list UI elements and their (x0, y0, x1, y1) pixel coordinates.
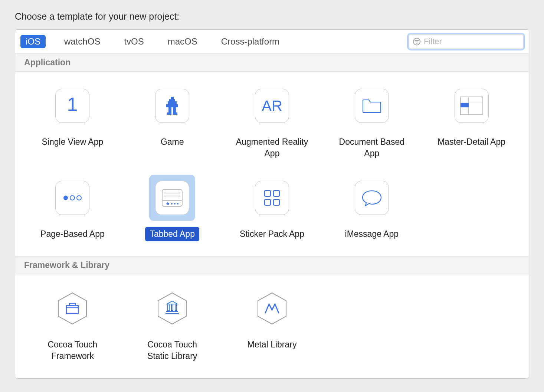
single-view-icon: 1 (55, 89, 89, 123)
svg-point-27 (171, 203, 173, 205)
template-document-based-app[interactable]: Document Based App (322, 83, 422, 161)
template-tabbed-app[interactable]: ★ Tabbed App (122, 175, 222, 241)
platform-tab-ios[interactable]: iOS (20, 35, 46, 48)
svg-rect-33 (273, 199, 279, 205)
svg-point-20 (70, 196, 75, 200)
template-cocoa-touch-framework[interactable]: Cocoa Touch Framework (23, 285, 122, 363)
platform-tab-tvos[interactable]: tvOS (119, 35, 149, 48)
template-label: Cocoa Touch Static Library (131, 337, 213, 363)
svg-marker-44 (258, 293, 286, 324)
svg-point-28 (174, 203, 176, 205)
svg-rect-9 (168, 107, 171, 112)
static-library-icon (155, 291, 189, 326)
template-panel: iOS watchOS tvOS macOS Cross-platform Ap… (15, 29, 529, 379)
section-header-application: Application (15, 53, 529, 72)
template-single-view-app[interactable]: 1 Single View App (23, 83, 122, 161)
svg-rect-40 (171, 304, 173, 311)
svg-point-21 (77, 196, 81, 200)
platform-bar: iOS watchOS tvOS macOS Cross-platform (15, 30, 529, 53)
template-imessage-app[interactable]: iMessage App (322, 175, 422, 241)
template-label: iMessage App (341, 227, 403, 241)
template-label: Game (156, 135, 189, 149)
svg-point-0 (413, 38, 420, 45)
svg-marker-34 (58, 293, 86, 324)
template-page-based-app[interactable]: Page-Based App (23, 175, 122, 241)
platform-tab-cross-platform[interactable]: Cross-platform (216, 35, 285, 48)
svg-rect-35 (66, 306, 78, 314)
template-cocoa-touch-static-library[interactable]: Cocoa Touch Static Library (122, 285, 222, 363)
section-body-application: 1 Single View App Game AR Augmented Real… (15, 72, 529, 256)
template-label: Cocoa Touch Framework (32, 337, 113, 363)
svg-text:★: ★ (166, 200, 170, 206)
metal-library-icon (255, 291, 289, 326)
template-label: Sticker Pack App (235, 227, 309, 241)
game-icon (155, 89, 189, 123)
svg-rect-30 (265, 190, 271, 196)
tabbed-icon: ★ (155, 181, 189, 215)
master-detail-icon (455, 89, 489, 123)
template-label: Tabbed App (145, 227, 199, 241)
template-augmented-reality-app[interactable]: AR Augmented Reality App (222, 83, 322, 161)
page-based-icon (55, 181, 89, 215)
svg-rect-12 (173, 112, 177, 115)
svg-rect-6 (169, 99, 175, 101)
svg-rect-10 (173, 107, 176, 112)
svg-rect-16 (461, 103, 469, 107)
framework-icon (55, 291, 89, 326)
svg-rect-7 (168, 101, 177, 104)
svg-rect-5 (171, 97, 174, 99)
svg-point-19 (63, 196, 68, 200)
platform-tab-macos[interactable]: macOS (163, 35, 203, 48)
template-label: Document Based App (331, 135, 413, 161)
section-header-framework: Framework & Library (15, 256, 529, 274)
svg-rect-39 (168, 304, 169, 311)
template-label: Master-Detail App (433, 135, 510, 149)
svg-text:AR: AR (262, 98, 282, 114)
sticker-pack-icon (255, 181, 289, 215)
template-sticker-pack-app[interactable]: Sticker Pack App (222, 175, 322, 241)
svg-marker-38 (158, 293, 186, 324)
svg-rect-8 (166, 104, 178, 107)
imessage-icon (355, 181, 389, 215)
template-label: Page-Based App (36, 227, 109, 241)
filter-icon (413, 37, 424, 46)
template-label: Augmented Reality App (231, 135, 313, 161)
svg-rect-31 (273, 190, 279, 196)
dialog-title: Choose a template for your new project: (15, 11, 529, 22)
filter-input[interactable] (424, 37, 520, 46)
document-icon (355, 89, 389, 123)
template-metal-library[interactable]: Metal Library (222, 285, 322, 363)
template-master-detail-app[interactable]: Master-Detail App (422, 83, 521, 161)
svg-rect-11 (167, 112, 171, 115)
template-label: Metal Library (243, 337, 301, 352)
ar-icon: AR (255, 89, 289, 123)
svg-text:1: 1 (67, 95, 78, 115)
svg-rect-32 (265, 199, 271, 205)
svg-point-29 (177, 203, 178, 205)
svg-rect-41 (175, 304, 177, 311)
filter-field-wrap[interactable] (409, 34, 524, 49)
template-game[interactable]: Game (122, 83, 222, 161)
template-label: Single View App (37, 135, 108, 149)
svg-rect-36 (69, 303, 75, 306)
platform-tab-watchos[interactable]: watchOS (59, 35, 105, 48)
section-body-framework: Cocoa Touch Framework Cocoa Touch Static… (15, 274, 529, 378)
